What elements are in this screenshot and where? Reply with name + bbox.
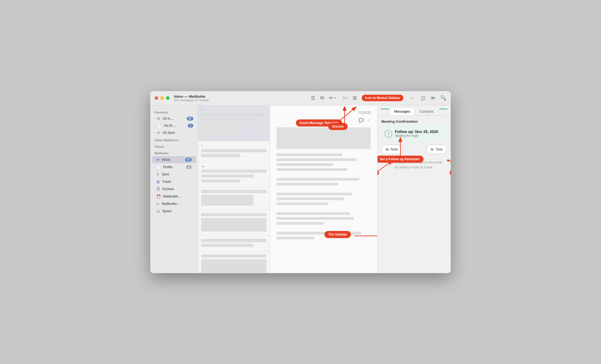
tab-messages[interactable]: Messages — [390, 107, 414, 115]
chevron-icon: › — [155, 131, 155, 134]
spam-icon: 🗂 — [156, 209, 160, 213]
the-sidebar-label: The Sidebar — [324, 231, 351, 238]
dropdown-icon[interactable]: ▾ — [334, 96, 336, 100]
sidebar-item-drafts[interactable]: 📄 Drafts 2 — [152, 164, 196, 171]
sidebar-item-mailbutler2[interactable]: ↩ Mailbutler… — [152, 200, 196, 207]
sent-icon: ✈ — [156, 172, 160, 177]
content-line — [277, 237, 314, 239]
message-list: ✓ ✓ ◄ — [198, 105, 270, 273]
right-panel: Messages Contacts Meeting Confirmation ?… — [377, 105, 451, 273]
archive-icon: 🗄 — [156, 187, 160, 191]
main-window: Inbox — Mailbutler 301 messages, 57 unre… — [150, 91, 451, 273]
snooze-group: ☽ ▾ — [341, 95, 348, 101]
sidebar-label: All In… — [162, 116, 186, 121]
email-header — [277, 127, 371, 149]
clock-icon: ⏰ — [156, 194, 161, 199]
snooze-label: Snooze — [328, 123, 348, 130]
badge: 2 — [188, 124, 193, 128]
sidebar-item-mailbutler1[interactable]: ⏰ Mailbutler… — [152, 193, 196, 200]
message-item[interactable] — [198, 187, 270, 210]
placeholder — [201, 254, 266, 258]
arrow-svg — [354, 233, 377, 241]
placeholder — [201, 149, 266, 152]
content-line — [277, 198, 344, 200]
checkmark-icon[interactable]: ✓ — [367, 118, 371, 123]
sidebar-item-inbox[interactable]: ✉ Inbox 57 — [152, 156, 196, 163]
check-icon: ✓ — [201, 144, 204, 147]
panel-section-title: Meeting Confirmation — [381, 119, 447, 124]
window-title: Inbox — Mailbutler — [174, 94, 311, 98]
message-item[interactable] — [198, 236, 270, 252]
drafts-icon: 📄 — [156, 165, 161, 169]
smart-mailboxes-label: Smart Mailboxes — [150, 136, 198, 143]
drafts-icon: 📄 — [157, 124, 162, 128]
content-line — [277, 153, 342, 156]
plus-icon: ⊕ — [430, 147, 434, 152]
message-item[interactable]: ✓ — [198, 141, 270, 162]
sidebar-reveal-icon[interactable]: ◫ — [421, 95, 425, 101]
sidebar-item-spam[interactable]: 🗂 Spam — [152, 208, 196, 215]
compose-icon[interactable]: ☰ — [311, 95, 315, 101]
sidebar-label: Mailbutler… — [163, 194, 192, 198]
placeholder — [201, 174, 253, 178]
tab-contacts[interactable]: Contacts — [415, 107, 437, 115]
sidebar-nav: Favorites › ✉ All In… 57 › 📄 All Dr… 2 ›… — [150, 105, 198, 273]
toolbar: ☰ ✉ ✏ ▾ ☽ ▾ ⊞ Icon to Reveal Sidebar → ◫… — [311, 95, 446, 101]
reply-icon: ◄ — [201, 165, 204, 168]
snooze-dropdown-icon[interactable]: ▾ — [346, 96, 348, 100]
placeholder — [201, 239, 266, 242]
snooze-icon[interactable]: ☽ — [341, 95, 345, 101]
content-line — [277, 193, 352, 195]
followup-card: ? Follow up: Nov 25, 2020 Waiting for re… — [381, 126, 447, 141]
placeholder — [201, 118, 253, 121]
traffic-lights — [155, 96, 170, 100]
placeholder — [201, 169, 266, 173]
panel-tabs: Messages Contacts — [378, 105, 451, 116]
sidebar-item-trash[interactable]: 🗑 Trash — [152, 178, 196, 185]
panel-action-buttons: ⊕ Note ⊕ Task — [381, 145, 447, 154]
badge: 57 — [185, 158, 192, 162]
sidebar-item-archive[interactable]: 🗄 Archive — [152, 186, 196, 193]
placeholder — [201, 218, 266, 232]
mail-icon[interactable]: ✉ — [320, 95, 324, 101]
sidebar-item-all-inboxes[interactable]: › ✉ All In… 57 — [150, 115, 198, 122]
icloud-label: iCloud — [150, 143, 198, 149]
sidebar-item-all-drafts[interactable]: › 📄 All Dr… 2 — [150, 122, 198, 129]
svg-line-5 — [450, 161, 451, 171]
task-button[interactable]: ⊕ Task — [426, 145, 447, 154]
note-label: Note — [391, 147, 398, 151]
sidebar-label: Drafts — [163, 165, 186, 169]
reveal-sidebar-annotation: Icon to Reveal Sidebar — [362, 95, 403, 101]
trash-icon: 🗑 — [156, 180, 160, 184]
arrow-svg — [398, 137, 414, 158]
sidebar-item-sent[interactable]: ✈ Sent — [152, 171, 196, 178]
sidebar-label: Archive — [162, 187, 192, 191]
archive-icon[interactable]: ⊞ — [353, 95, 357, 101]
sidebar-label: All Sent — [162, 131, 193, 135]
window-subtitle: 301 messages, 57 unread — [174, 98, 311, 102]
sidebar-label: Spam — [162, 209, 192, 213]
main-content: Favorites › ✉ All In… 57 › 📄 All Dr… 2 ›… — [150, 105, 451, 273]
followup-title: Follow up: Nov 25, 2020 — [395, 129, 438, 134]
expand-icon[interactable]: ≫ — [430, 95, 436, 101]
sidebar-label: Sent — [162, 172, 192, 176]
minimize-button[interactable] — [160, 96, 164, 100]
placeholder — [201, 195, 253, 206]
chevron-icon: › — [155, 117, 155, 120]
content-line — [277, 183, 338, 186]
maximize-button[interactable] — [166, 96, 170, 100]
email-view: 11/24/20 💬 ✓ — [270, 105, 377, 273]
pencil-icon[interactable]: ✏ — [329, 95, 333, 101]
message-item[interactable]: ◄ — [198, 162, 270, 187]
message-item[interactable]: ✓ — [198, 105, 270, 141]
close-button[interactable] — [155, 96, 158, 100]
inbox-icon: ✉ — [156, 158, 160, 162]
plus-icon: ⊕ — [385, 147, 389, 152]
content-line — [277, 158, 357, 161]
message-item[interactable] — [198, 210, 270, 236]
placeholder — [201, 244, 253, 247]
sidebar-item-all-sent[interactable]: › ✈ All Sent — [150, 129, 198, 136]
search-icon[interactable]: 🔍 — [440, 95, 446, 101]
sidebar-label: Mailbutler… — [162, 202, 192, 206]
message-item[interactable] — [198, 252, 270, 273]
